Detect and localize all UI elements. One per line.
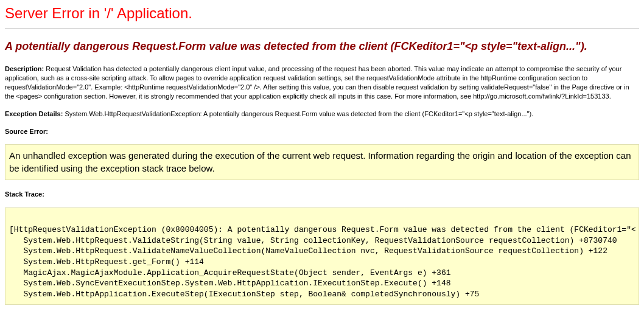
stack-trace-label: Stack Trace:	[5, 190, 44, 198]
description-text: Request Validation has detected a potent…	[5, 65, 629, 100]
stack-trace-box: [HttpRequestValidationException (0x80004…	[5, 207, 639, 305]
error-subtitle: A potentially dangerous Request.Form val…	[5, 40, 639, 54]
exception-details-block: Exception Details: System.Web.HttpReques…	[5, 110, 639, 119]
exception-details-label: Exception Details:	[5, 110, 63, 117]
source-error-box: An unhandled exception was generated dur…	[5, 144, 639, 180]
exception-details-text: System.Web.HttpRequestValidationExceptio…	[63, 110, 533, 117]
description-label: Description:	[5, 65, 44, 72]
source-error-label-block: Source Error:	[5, 127, 639, 136]
source-error-label: Source Error:	[5, 128, 48, 135]
description-block: Description: Request Validation has dete…	[5, 64, 639, 100]
page-title: Server Error in '/' Application.	[5, 5, 639, 22]
stack-trace-label-block: Stack Trace:	[5, 190, 639, 199]
